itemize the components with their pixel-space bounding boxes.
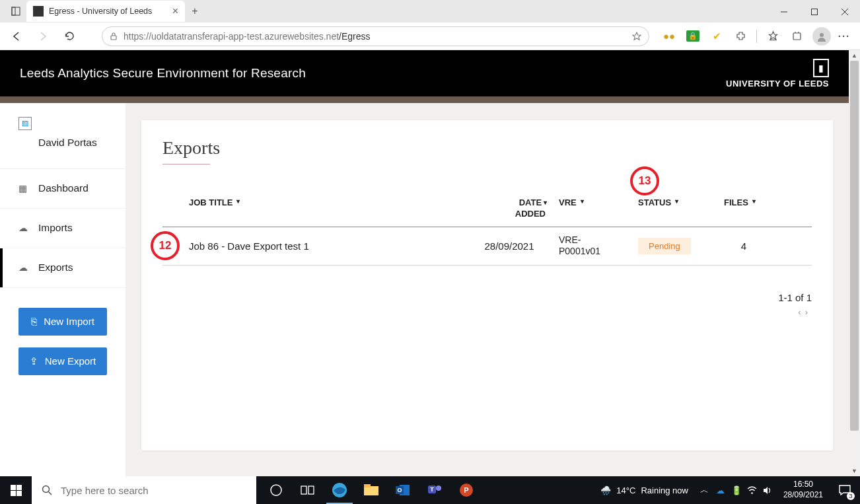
- cell-date-added: 28/09/2021: [473, 240, 546, 252]
- pager-prev-button[interactable]: ‹: [798, 307, 805, 317]
- chevron-down-icon: ▾: [752, 198, 756, 205]
- taskbar-weather[interactable]: 🌧️ 14°C Raining now: [592, 486, 696, 495]
- col-header-vre[interactable]: VRE ▾: [546, 198, 618, 207]
- start-button[interactable]: [0, 476, 32, 504]
- university-logo: ▮ UNIVERSITY OF LEEDS: [726, 59, 829, 89]
- url-text: https://uoldatatransferapi-app-test.azur…: [124, 31, 371, 42]
- tray-onedrive-icon[interactable]: ☁: [713, 476, 728, 504]
- svg-text:T: T: [430, 486, 434, 493]
- window-maximize-button[interactable]: [799, 1, 830, 22]
- forward-button[interactable]: [32, 25, 54, 48]
- tab-actions-button[interactable]: [5, 2, 26, 20]
- clock-date: 28/09/2021: [783, 490, 823, 501]
- taskbar-app-teams[interactable]: T: [419, 476, 450, 504]
- scroll-up-button[interactable]: ▲: [849, 50, 860, 61]
- new-tab-button[interactable]: +: [185, 1, 205, 21]
- favicon-icon: [33, 6, 44, 17]
- svg-point-28: [752, 492, 754, 494]
- crest-icon: ▮: [813, 59, 829, 77]
- cell-vre: VRE-P0001v01: [546, 234, 618, 257]
- taskbar-notifications-button[interactable]: 3: [831, 476, 859, 504]
- extensions-button[interactable]: [730, 26, 751, 47]
- ext-icon-3[interactable]: ✔: [706, 26, 727, 47]
- search-input[interactable]: [61, 485, 247, 496]
- col-header-status[interactable]: STATUS ▾: [618, 198, 704, 207]
- grid-icon: ▦: [18, 183, 30, 194]
- favorites-button[interactable]: [762, 26, 783, 47]
- col-header-files[interactable]: FILES ▾: [704, 198, 764, 207]
- ext-icon-1[interactable]: ●●: [659, 26, 680, 47]
- svg-line-13: [49, 492, 52, 495]
- tray-volume-icon[interactable]: [761, 476, 775, 504]
- weather-text: Raining now: [641, 486, 688, 495]
- browser-tab[interactable]: Egress - University of Leeds ×: [26, 1, 185, 22]
- col-header-job-title[interactable]: JOB TITLE ▾: [162, 198, 473, 207]
- taskbar-app-explorer[interactable]: [355, 476, 387, 504]
- tab-close-button[interactable]: ×: [172, 6, 178, 17]
- svg-text:O: O: [397, 487, 402, 493]
- cell-files: 4: [704, 240, 764, 252]
- svg-rect-8: [793, 33, 801, 40]
- export-icon: ⇪: [30, 355, 38, 367]
- cloud-upload-icon: ☁: [18, 262, 30, 273]
- taskbar-app-powerpoint[interactable]: P: [450, 476, 482, 504]
- svg-rect-16: [308, 486, 314, 494]
- sidebar-item-exports[interactable]: ☁ Exports: [0, 248, 125, 288]
- tab-title: Egress - University of Leeds: [49, 7, 152, 16]
- chevron-down-icon: ▾: [544, 199, 547, 206]
- header-accent-strip: [0, 96, 849, 103]
- tray-wifi-icon[interactable]: [745, 476, 760, 504]
- cell-status: Pending: [618, 238, 704, 254]
- taskbar-cortana-button[interactable]: [260, 476, 292, 504]
- taskbar-search[interactable]: [32, 476, 256, 504]
- scroll-down-button[interactable]: ▼: [849, 466, 860, 476]
- sidebar-item-label: Imports: [38, 222, 73, 234]
- sidebar-item-label: Exports: [38, 262, 73, 273]
- taskbar-taskview-button[interactable]: [292, 476, 324, 504]
- scrollbar-thumb[interactable]: [850, 61, 859, 431]
- svg-point-14: [271, 485, 281, 495]
- profile-button[interactable]: [812, 27, 831, 46]
- taskbar-clock[interactable]: 16:50 28/09/2021: [777, 480, 830, 500]
- new-import-button[interactable]: ⎘ New Import: [18, 308, 107, 336]
- pagination: 1-1 of 1 ‹›: [162, 292, 812, 317]
- windows-logo-icon: [11, 485, 22, 496]
- site-title: Leeds Analytics Secure Environment for R…: [20, 66, 306, 81]
- university-name: UNIVERSITY OF LEEDS: [726, 79, 829, 89]
- svg-rect-0: [12, 7, 20, 15]
- button-label: New Import: [44, 316, 94, 327]
- clock-time: 16:50: [783, 480, 823, 490]
- taskbar-app-edge[interactable]: [324, 476, 355, 504]
- ext-icon-2[interactable]: 🔒: [682, 26, 703, 47]
- svg-point-11: [820, 33, 824, 37]
- col-header-date-added[interactable]: DATEADDED ▾: [473, 198, 546, 220]
- browser-titlebar: Egress - University of Leeds × +: [0, 0, 860, 22]
- window-minimize-button[interactable]: [769, 1, 799, 22]
- page-viewport: Leeds Analytics Secure Environment for R…: [0, 50, 849, 476]
- table-header-row: JOB TITLE ▾ DATEADDED ▾ VRE ▾ STATUS: [162, 184, 812, 227]
- collections-button[interactable]: [786, 26, 807, 47]
- scrollbar-vertical[interactable]: ▲ ▼: [849, 50, 860, 476]
- tray-battery-icon[interactable]: 🔋: [729, 476, 744, 504]
- new-export-button[interactable]: ⇪ New Export: [18, 347, 107, 375]
- site-header: Leeds Analytics Secure Environment for R…: [0, 50, 849, 96]
- menu-button[interactable]: ···: [834, 26, 855, 47]
- address-bar[interactable]: https://uoldatatransferapi-app-test.azur…: [102, 26, 649, 46]
- chevron-down-icon: ▾: [581, 198, 584, 205]
- cloud-download-icon: ☁: [18, 223, 30, 233]
- pager-next-button[interactable]: ›: [805, 307, 812, 317]
- sidebar-item-dashboard[interactable]: ▦ Dashboard: [0, 169, 125, 209]
- user-name: David Portas: [18, 137, 112, 149]
- table-row[interactable]: 12 Job 86 - Dave Export test 1 28/09/202…: [162, 227, 812, 266]
- refresh-button[interactable]: [58, 25, 81, 48]
- browser-toolbar: https://uoldatatransferapi-app-test.azur…: [0, 22, 860, 50]
- tray-overflow-button[interactable]: ︿: [698, 476, 712, 504]
- main-content: Exports 13 JOB TITLE ▾ DATEADDED ▾: [125, 103, 849, 476]
- window-close-button[interactable]: [830, 1, 860, 22]
- pager-count: 1-1 of 1: [162, 292, 812, 303]
- back-button[interactable]: [5, 25, 28, 48]
- taskbar-app-outlook[interactable]: O: [387, 476, 419, 504]
- sidebar-item-imports[interactable]: ☁ Imports: [0, 209, 125, 248]
- svg-rect-3: [812, 9, 818, 15]
- favorite-button[interactable]: [631, 31, 642, 42]
